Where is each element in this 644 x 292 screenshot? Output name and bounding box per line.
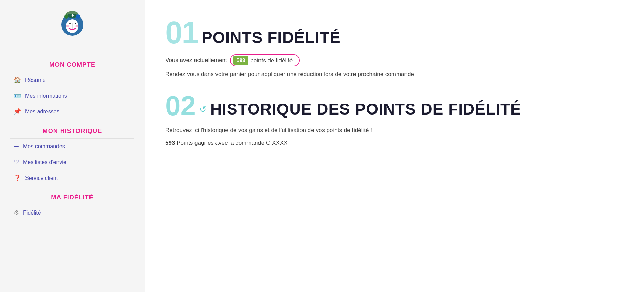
main-content: 01 POINTS FIDÉLITÉ Vous avez actuellemen…: [145, 0, 644, 292]
heart-icon: ♡: [14, 159, 19, 166]
mon-compte-title: MON COMPTE: [10, 56, 134, 72]
section01-desc-after: points de fidélité.: [250, 56, 294, 65]
sidebar: ✦ MON COMPTE 🏠 Résumé 🪪 Mes informations…: [0, 0, 145, 292]
history-text: Points gagnés avec la commande C XXXX: [177, 140, 287, 146]
sidebar-item-mes-listes-envie[interactable]: ♡ Mes listes d'envie: [10, 154, 134, 170]
section02-header: 02 ↺ HISTORIQUE DES POINTS DE FIDÉLITÉ: [165, 92, 623, 120]
sidebar-item-mes-commandes-label: Mes commandes: [23, 143, 65, 150]
sidebar-item-mes-commandes[interactable]: ☰ Mes commandes: [10, 138, 134, 154]
svg-text:✦: ✦: [71, 13, 75, 18]
sidebar-item-resume-label: Résumé: [25, 77, 46, 83]
svg-point-8: [75, 25, 79, 27]
sidebar-item-mes-adresses[interactable]: 📌 Mes adresses: [10, 104, 134, 119]
mon-historique-title: MON HISTORIQUE: [10, 123, 134, 138]
svg-point-7: [66, 25, 69, 27]
history-entry: 593 Points gagnés avec la commande C XXX…: [165, 140, 623, 147]
section02-desc: Retrouvez ici l'historique de vos gains …: [165, 126, 623, 135]
sidebar-item-mes-adresses-label: Mes adresses: [25, 109, 60, 115]
sidebar-item-fidelite[interactable]: ⚙ Fidélité: [10, 205, 134, 220]
sidebar-item-service-client[interactable]: ❓ Service client: [10, 170, 134, 186]
section01-title: POINTS FIDÉLITÉ: [202, 30, 340, 48]
sidebar-item-service-client-label: Service client: [25, 175, 58, 181]
svg-point-11: [76, 14, 80, 19]
points-highlight-circle: 593 points de fidélité.: [230, 54, 300, 66]
sidebar-item-mes-informations[interactable]: 🪪 Mes informations: [10, 88, 134, 104]
sidebar-item-fidelite-label: Fidélité: [23, 210, 41, 216]
section01-desc2: Rendez vous dans votre panier pour appli…: [165, 70, 623, 79]
sidebar-section-mon-compte: MON COMPTE 🏠 Résumé 🪪 Mes informations 📌…: [0, 56, 145, 119]
svg-rect-2: [72, 23, 73, 29]
section-points-fidelite: 01 POINTS FIDÉLITÉ Vous avez actuellemen…: [165, 17, 623, 78]
section01-desc: Vous avez actuellement 593 points de fid…: [165, 54, 623, 66]
sidebar-item-resume[interactable]: 🏠 Résumé: [10, 72, 134, 88]
section02-number: 02: [165, 92, 196, 120]
section01-header: 01 POINTS FIDÉLITÉ: [165, 17, 623, 48]
svg-point-6: [75, 23, 76, 24]
svg-point-5: [69, 23, 71, 24]
section-historique: 02 ↺ HISTORIQUE DES POINTS DE FIDÉLITÉ R…: [165, 92, 623, 147]
home-icon: 🏠: [14, 76, 21, 84]
pin-icon: 📌: [14, 108, 21, 115]
section02-title: HISTORIQUE DES POINTS DE FIDÉLITÉ: [210, 101, 521, 120]
points-badge: 593: [233, 56, 248, 65]
history-icon: ↺: [199, 104, 207, 120]
svg-point-10: [64, 14, 68, 19]
ma-fidelite-title: MA FIDÉLITÉ: [10, 189, 134, 205]
id-card-icon: 🪪: [14, 92, 21, 99]
question-icon: ❓: [14, 174, 21, 182]
sidebar-item-mes-listes-envie-label: Mes listes d'envie: [23, 159, 66, 165]
list-icon: ☰: [14, 143, 19, 150]
sidebar-section-mon-historique: MON HISTORIQUE ☰ Mes commandes ♡ Mes lis…: [0, 123, 145, 186]
sidebar-item-mes-informations-label: Mes informations: [25, 93, 67, 99]
section01-number: 01: [165, 17, 198, 48]
logo: ✦: [57, 10, 88, 43]
history-points-value: 593: [165, 140, 175, 146]
section01-desc-before: Vous avez actuellement: [165, 57, 227, 63]
gear-icon: ⚙: [14, 209, 19, 216]
sidebar-section-ma-fidelite: MA FIDÉLITÉ ⚙ Fidélité: [0, 189, 145, 220]
